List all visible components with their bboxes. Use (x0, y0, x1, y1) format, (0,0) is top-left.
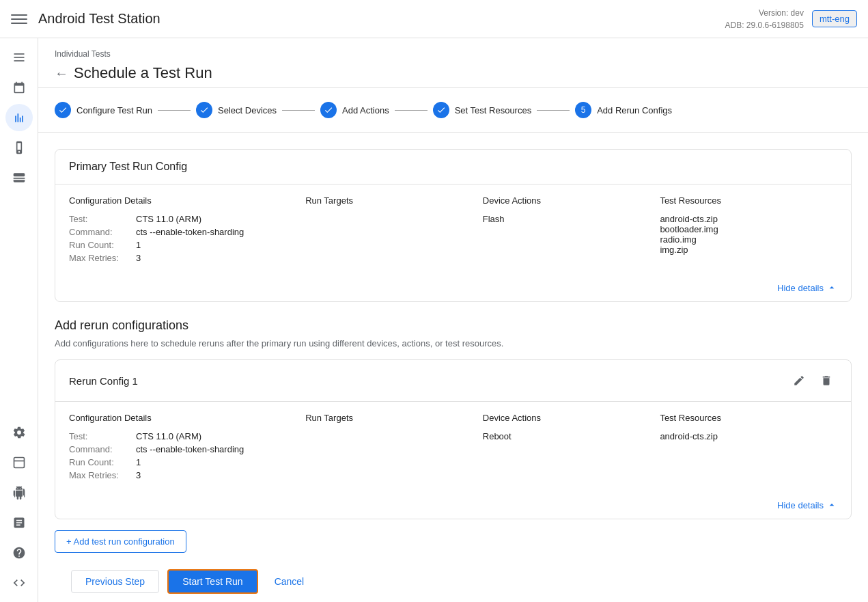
cancel-button[interactable]: Cancel (266, 571, 313, 592)
rerun-config-1-card: Rerun Config 1 Configuration De (55, 359, 852, 519)
rerun-1-device-actions: Reboot (483, 431, 660, 483)
app-title: Android Test Station (38, 11, 725, 27)
step-add-actions: Add Actions (320, 102, 389, 118)
primary-config-header: Primary Test Run Config (55, 150, 851, 184)
stepper: Configure Test Run Select Devices Add Ac… (38, 88, 868, 133)
start-test-run-button[interactable]: Start Test Run (167, 569, 257, 594)
connector-1 (158, 110, 191, 111)
step-select-devices: Select Devices (196, 102, 277, 118)
rerun-config-1-body: Configuration Details Run Targets Device… (55, 402, 851, 494)
connector-4 (537, 110, 570, 111)
primary-config-details: Test:CTS 11.0 (ARM) Command:cts --enable… (69, 214, 305, 266)
primary-config-grid: Configuration Details Run Targets Device… (69, 195, 837, 266)
footer-buttons: Previous Step Start Test Run Cancel (55, 569, 852, 602)
primary-config-card: Primary Test Run Config Configuration De… (55, 149, 852, 302)
primary-hide-details[interactable]: Hide details (55, 277, 851, 301)
svg-rect-3 (14, 53, 24, 55)
sidebar-item-analytics[interactable] (5, 104, 33, 131)
previous-step-button[interactable]: Previous Step (71, 570, 159, 593)
step-5-label: Add Rerun Configs (597, 105, 672, 115)
rerun-col-header-config: Configuration Details (69, 413, 305, 431)
rerun-col-header-resources: Test Resources (660, 413, 837, 431)
add-config-button[interactable]: + Add test run configuration (55, 530, 186, 553)
sidebar-item-tasks[interactable] (5, 44, 33, 71)
rerun-section-desc: Add configurations here to schedule reru… (55, 338, 852, 348)
content-area: Primary Test Run Config Configuration De… (38, 133, 868, 602)
rerun-section-title: Add rerun configurations (55, 318, 852, 333)
step-add-rerun: 5 Add Rerun Configs (575, 102, 672, 118)
rerun-col-header-targets: Run Targets (305, 413, 483, 431)
rerun-1-run-targets (305, 431, 483, 483)
main-content: Individual Tests ← Schedule a Test Run C… (38, 38, 868, 602)
primary-run-targets (305, 214, 483, 266)
sidebar-item-help[interactable] (5, 539, 33, 566)
sidebar-item-notes[interactable] (5, 509, 33, 536)
svg-rect-5 (14, 60, 24, 61)
rerun-col-header-actions: Device Actions (483, 413, 660, 431)
connector-2 (282, 110, 315, 111)
sidebar-item-android[interactable] (5, 479, 33, 506)
primary-test-resources: android-cts.zip bootloader.img radio.img… (660, 214, 837, 266)
step-1-label: Configure Test Run (76, 105, 152, 115)
rerun-config-1-header: Rerun Config 1 (55, 360, 851, 402)
col-header-targets: Run Targets (305, 195, 483, 214)
step-set-resources: Set Test Resources (433, 102, 531, 118)
svg-rect-2 (11, 23, 27, 24)
rerun-hide-details[interactable]: Hide details (55, 494, 851, 519)
sidebar-item-code[interactable] (5, 569, 33, 597)
sidebar-item-storage[interactable] (5, 164, 33, 191)
primary-config-body: Configuration Details Run Targets Device… (55, 184, 851, 277)
svg-rect-4 (14, 57, 24, 58)
step-4-label: Set Test Resources (455, 105, 531, 115)
svg-rect-0 (11, 14, 27, 16)
rerun-section: Add rerun configurations Add configurati… (55, 318, 852, 519)
sidebar-item-settings[interactable] (5, 419, 33, 446)
step-configure: Configure Test Run (55, 102, 152, 118)
svg-rect-6 (14, 458, 24, 468)
sidebar (0, 38, 38, 602)
step-1-circle (55, 102, 71, 118)
step-3-circle (320, 102, 337, 118)
step-4-circle (433, 102, 449, 118)
col-header-resources: Test Resources (660, 195, 837, 214)
primary-config-title: Primary Test Run Config (69, 161, 187, 173)
sidebar-item-calendar[interactable] (5, 74, 33, 101)
connector-3 (395, 110, 428, 111)
step-2-label: Select Devices (218, 105, 277, 115)
edit-rerun-config-button[interactable] (788, 370, 810, 392)
rerun-config-1-details: Test:CTS 11.0 (ARM) Command:cts --enable… (69, 431, 305, 483)
page-header: Individual Tests ← Schedule a Test Run (38, 38, 868, 88)
version-info: Version: dev ADB: 29.0.6-6198805 (725, 7, 804, 31)
sidebar-item-window[interactable] (5, 449, 33, 476)
breadcrumb: Individual Tests (55, 49, 852, 59)
rerun-config-1-grid: Configuration Details Run Targets Device… (69, 413, 837, 483)
col-header-config: Configuration Details (69, 195, 305, 214)
step-3-label: Add Actions (342, 105, 389, 115)
rerun-config-1-title: Rerun Config 1 (69, 375, 138, 387)
primary-device-actions: Flash (483, 214, 660, 266)
delete-rerun-config-button[interactable] (815, 370, 837, 392)
step-5-circle: 5 (575, 102, 591, 118)
rerun-1-test-resources: android-cts.zip (660, 431, 837, 483)
svg-rect-1 (11, 18, 27, 20)
user-badge[interactable]: mtt-eng (812, 10, 857, 27)
step-2-circle (196, 102, 212, 118)
sidebar-item-devices[interactable] (5, 134, 33, 161)
menu-icon[interactable] (11, 11, 27, 27)
topbar: Android Test Station Version: dev ADB: 2… (0, 0, 868, 38)
col-header-actions: Device Actions (483, 195, 660, 214)
page-title: Schedule a Test Run (74, 64, 212, 82)
rerun-config-1-actions (788, 370, 837, 392)
back-button[interactable]: ← (55, 66, 68, 81)
